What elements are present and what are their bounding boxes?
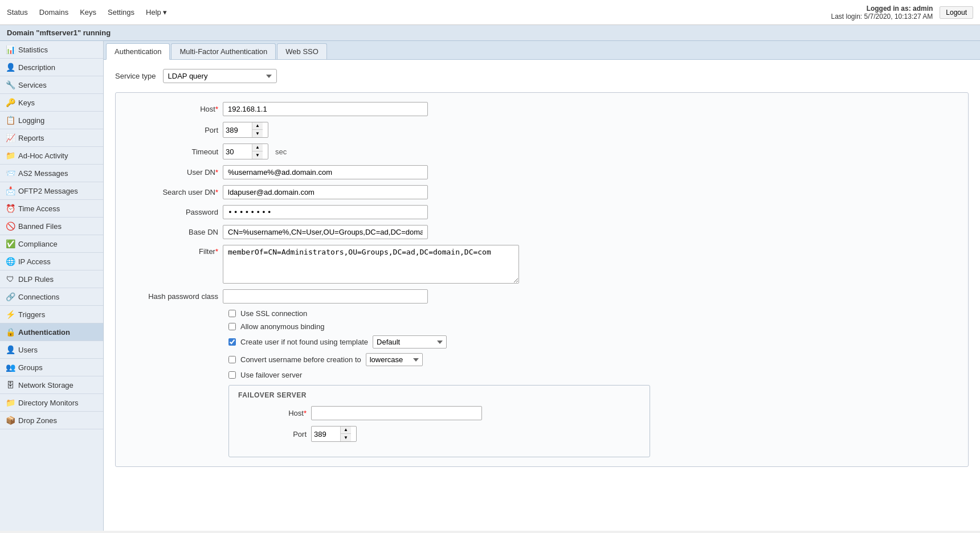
port-input[interactable] <box>223 124 252 137</box>
sidebar-item-dropzones[interactable]: 📦Drop Zones <box>0 412 103 429</box>
tab-websso[interactable]: Web SSO <box>277 43 327 59</box>
host-row: Host* <box>127 102 957 116</box>
create-user-row: Create user if not found using template … <box>127 335 957 348</box>
sidebar: 📊Statistics👤Description🔧Services🔑Keys📋Lo… <box>0 41 104 531</box>
timeout-up-button[interactable]: ▲ <box>252 144 263 151</box>
sidebar-item-services[interactable]: 🔧Services <box>0 76 103 94</box>
sidebar-item-description[interactable]: 👤Description <box>0 59 103 76</box>
sidebar-item-triggers[interactable]: ⚡Triggers <box>0 306 103 323</box>
timeout-label: Timeout <box>127 147 218 156</box>
password-row: Password <box>127 205 957 219</box>
failover-host-input[interactable] <box>311 406 482 420</box>
filter-label: Filter* <box>127 245 218 256</box>
sidebar-item-networkstorage[interactable]: 🗄Network Storage <box>0 376 103 394</box>
create-user-checkbox[interactable] <box>228 338 236 346</box>
timeaccess-icon: ⏰ <box>6 204 15 213</box>
users-icon: 👤 <box>6 345 15 354</box>
networkstorage-icon: 🗄 <box>6 380 15 390</box>
sidebar-item-ipaccess[interactable]: 🌐IP Access <box>0 253 103 270</box>
userdn-input[interactable] <box>223 165 428 179</box>
sidebar-label-directorymonitors: Directory Monitors <box>18 399 78 407</box>
password-label: Password <box>127 208 218 216</box>
failover-port-input[interactable] <box>312 428 340 441</box>
oftp2-icon: 📩 <box>6 186 15 195</box>
sidebar-item-reports[interactable]: 📈Reports <box>0 129 103 147</box>
timeout-unit: sec <box>275 147 287 156</box>
sidebar-item-connections[interactable]: 🔗Connections <box>0 288 103 306</box>
sidebar-item-as2[interactable]: 📨AS2 Messages <box>0 165 103 182</box>
user-info: Logged in as: admin Last login: 5/7/2020… <box>831 5 973 20</box>
port-label: Port <box>127 126 218 134</box>
failover-port-spinner-buttons: ▲ ▼ <box>340 427 351 441</box>
password-input[interactable] <box>223 205 428 219</box>
filter-row: Filter* memberOf=CN=Administrators,OU=Gr… <box>127 245 957 284</box>
sidebar-item-bannedfiles[interactable]: 🚫Banned Files <box>0 218 103 235</box>
service-type-select[interactable]: LDAP queryLocalRADIUSActive Directory <box>163 69 277 83</box>
triggers-icon: ⚡ <box>6 310 15 319</box>
sidebar-label-as2: AS2 Messages <box>18 169 68 178</box>
ssl-checkbox[interactable] <box>228 310 236 317</box>
timeout-down-button[interactable]: ▼ <box>252 151 263 159</box>
sidebar-item-directorymonitors[interactable]: 📁Directory Monitors <box>0 394 103 412</box>
nav-domains[interactable]: Domains <box>39 8 68 17</box>
sidebar-item-logging[interactable]: 📋Logging <box>0 112 103 129</box>
convert-checkbox[interactable] <box>228 356 236 363</box>
timeout-input[interactable] <box>223 145 252 158</box>
sidebar-label-adhoc: Ad-Hoc Activity <box>18 151 68 160</box>
sidebar-item-oftp2[interactable]: 📩OFTP2 Messages <box>0 182 103 200</box>
searchuserdn-input[interactable] <box>223 185 428 199</box>
sidebar-label-compliance: Compliance <box>18 240 58 248</box>
main-layout: 📊Statistics👤Description🔧Services🔑Keys📋Lo… <box>0 41 980 531</box>
tab-mfa[interactable]: Multi-Factor Authentication <box>171 43 276 59</box>
last-login-label: Last login: 5/7/2020, 10:13:27 AM <box>831 13 933 20</box>
sidebar-label-dlprules: DLP Rules <box>18 275 54 284</box>
searchuserdn-row: Search user DN* <box>127 185 957 199</box>
ipaccess-icon: 🌐 <box>6 257 15 266</box>
sidebar-item-groups[interactable]: 👥Groups <box>0 359 103 376</box>
sidebar-label-authentication: Authentication <box>18 328 70 337</box>
service-type-label: Service type <box>115 72 156 80</box>
sidebar-label-networkstorage: Network Storage <box>18 381 74 390</box>
sidebar-item-compliance[interactable]: ✅Compliance <box>0 235 103 253</box>
description-icon: 👤 <box>6 63 15 72</box>
groups-icon: 👥 <box>6 363 15 372</box>
sidebar-item-users[interactable]: 👤Users <box>0 341 103 359</box>
failover-port-label: Port <box>238 430 307 438</box>
sidebar-item-timeaccess[interactable]: ⏰Time Access <box>0 200 103 218</box>
template-select[interactable]: Default <box>373 335 447 348</box>
ssl-label: Use SSL connection <box>240 309 307 318</box>
sidebar-label-keys: Keys <box>18 99 35 107</box>
sidebar-label-reports: Reports <box>18 134 44 142</box>
content-area: AuthenticationMulti-Factor Authenticatio… <box>104 41 980 531</box>
host-label: Host* <box>127 105 218 113</box>
logged-in-label: Logged in as: admin <box>831 5 933 13</box>
domain-header: Domain "mftserver1" running <box>0 25 980 41</box>
sidebar-item-dlprules[interactable]: 🛡DLP Rules <box>0 270 103 288</box>
anonymous-checkbox[interactable] <box>228 323 236 330</box>
failover-port-down-button[interactable]: ▼ <box>341 434 351 441</box>
filter-textarea[interactable]: memberOf=CN=Administrators,OU=Groups,DC=… <box>223 245 519 284</box>
nav-help[interactable]: Help ▾ <box>146 8 167 17</box>
chevron-down-icon: ▾ <box>163 8 167 17</box>
sidebar-item-statistics[interactable]: 📊Statistics <box>0 41 103 59</box>
nav-keys[interactable]: Keys <box>80 8 96 17</box>
searchuserdn-label: Search user DN* <box>127 188 218 196</box>
basedn-input[interactable] <box>223 225 428 239</box>
host-input[interactable] <box>223 102 428 116</box>
port-up-button[interactable]: ▲ <box>252 122 263 130</box>
sidebar-item-keys[interactable]: 🔑Keys <box>0 94 103 112</box>
convert-select[interactable]: lowercaseuppercasenone <box>366 353 423 366</box>
statistics-icon: 📊 <box>6 45 15 54</box>
tab-authentication[interactable]: Authentication <box>106 43 170 60</box>
nav-settings[interactable]: Settings <box>108 8 134 17</box>
hashpassword-input[interactable] <box>223 289 428 304</box>
failover-checkbox[interactable] <box>228 371 236 379</box>
failover-port-up-button[interactable]: ▲ <box>341 427 351 434</box>
sidebar-label-connections: Connections <box>18 293 59 301</box>
sidebar-item-authentication[interactable]: 🔒Authentication <box>0 323 103 341</box>
nav-status[interactable]: Status <box>7 8 28 17</box>
sidebar-item-adhoc[interactable]: 📁Ad-Hoc Activity <box>0 147 103 165</box>
logout-button[interactable]: Logout <box>940 6 973 19</box>
services-icon: 🔧 <box>6 80 15 89</box>
port-down-button[interactable]: ▼ <box>252 130 263 137</box>
